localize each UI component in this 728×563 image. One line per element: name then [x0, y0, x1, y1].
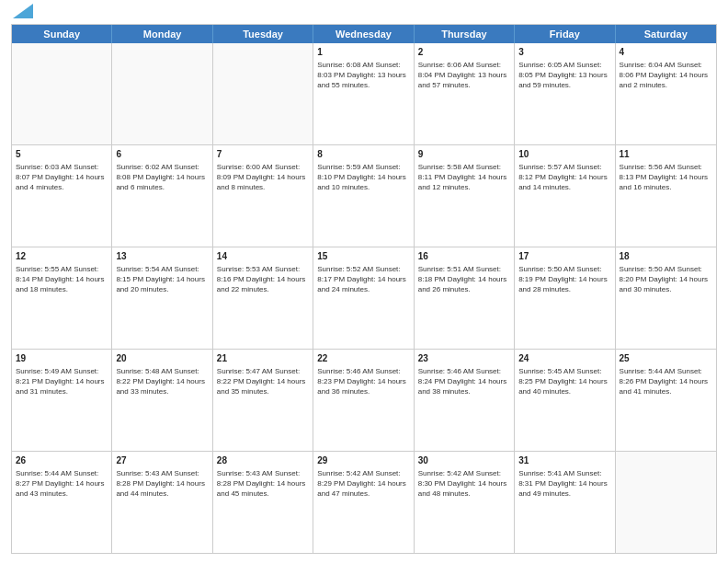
weekday-header-tuesday: Tuesday: [213, 25, 313, 43]
day-cell-10: 10Sunrise: 5:57 AM Sunset: 8:12 PM Dayli…: [515, 145, 615, 247]
weekday-header-thursday: Thursday: [415, 25, 515, 43]
day-cell-26: 26Sunrise: 5:44 AM Sunset: 8:27 PM Dayli…: [12, 452, 112, 553]
day-cell-21: 21Sunrise: 5:47 AM Sunset: 8:22 PM Dayli…: [213, 350, 313, 451]
empty-cell: [12, 43, 112, 144]
day-number: 8: [317, 148, 409, 161]
day-cell-13: 13Sunrise: 5:54 AM Sunset: 8:15 PM Dayli…: [112, 247, 212, 349]
day-info: Sunrise: 5:56 AM Sunset: 8:13 PM Dayligh…: [620, 162, 712, 193]
day-number: 25: [620, 352, 712, 365]
day-number: 21: [217, 352, 309, 365]
day-number: 14: [217, 250, 309, 263]
weekday-header-sunday: Sunday: [12, 25, 112, 43]
day-cell-25: 25Sunrise: 5:44 AM Sunset: 8:26 PM Dayli…: [616, 350, 716, 451]
day-info: Sunrise: 5:59 AM Sunset: 8:10 PM Dayligh…: [317, 162, 409, 193]
day-info: Sunrise: 5:44 AM Sunset: 8:27 PM Dayligh…: [16, 468, 108, 500]
calendar: SundayMondayTuesdayWednesdayThursdayFrid…: [11, 24, 717, 554]
day-number: 10: [518, 148, 610, 161]
week-row-2: 5Sunrise: 6:03 AM Sunset: 8:07 PM Daylig…: [12, 144, 716, 247]
day-number: 7: [217, 148, 309, 161]
header: [11, 9, 717, 18]
svg-marker-0: [13, 4, 33, 18]
day-number: 2: [418, 46, 510, 59]
day-cell-18: 18Sunrise: 5:50 AM Sunset: 8:20 PM Dayli…: [616, 247, 716, 349]
week-row-4: 19Sunrise: 5:49 AM Sunset: 8:21 PM Dayli…: [12, 349, 716, 451]
day-number: 29: [317, 454, 409, 467]
day-info: Sunrise: 5:52 AM Sunset: 8:17 PM Dayligh…: [317, 264, 409, 295]
week-row-3: 12Sunrise: 5:55 AM Sunset: 8:14 PM Dayli…: [12, 247, 716, 349]
day-cell-22: 22Sunrise: 5:46 AM Sunset: 8:23 PM Dayli…: [313, 350, 414, 451]
day-info: Sunrise: 6:00 AM Sunset: 8:09 PM Dayligh…: [217, 162, 309, 193]
day-info: Sunrise: 6:06 AM Sunset: 8:04 PM Dayligh…: [418, 60, 510, 91]
day-info: Sunrise: 5:45 AM Sunset: 8:25 PM Dayligh…: [518, 366, 610, 397]
weekday-header-friday: Friday: [515, 25, 615, 43]
day-cell-1: 1Sunrise: 6:08 AM Sunset: 8:03 PM Daylig…: [313, 43, 414, 144]
day-info: Sunrise: 5:50 AM Sunset: 8:20 PM Dayligh…: [620, 264, 712, 295]
day-info: Sunrise: 5:46 AM Sunset: 8:23 PM Dayligh…: [317, 366, 409, 397]
day-info: Sunrise: 5:42 AM Sunset: 8:29 PM Dayligh…: [317, 468, 409, 500]
day-number: 9: [418, 148, 510, 161]
day-info: Sunrise: 5:46 AM Sunset: 8:24 PM Dayligh…: [418, 366, 510, 397]
day-cell-7: 7Sunrise: 6:00 AM Sunset: 8:09 PM Daylig…: [213, 145, 313, 247]
empty-cell: [112, 43, 212, 144]
day-number: 31: [518, 454, 610, 467]
day-info: Sunrise: 5:50 AM Sunset: 8:19 PM Dayligh…: [518, 264, 610, 295]
day-cell-15: 15Sunrise: 5:52 AM Sunset: 8:17 PM Dayli…: [313, 247, 414, 349]
weekday-header-wednesday: Wednesday: [313, 25, 414, 43]
day-info: Sunrise: 5:49 AM Sunset: 8:21 PM Dayligh…: [16, 366, 108, 397]
day-number: 12: [16, 250, 108, 263]
day-number: 20: [116, 352, 208, 365]
day-cell-24: 24Sunrise: 5:45 AM Sunset: 8:25 PM Dayli…: [515, 350, 615, 451]
day-number: 1: [317, 46, 409, 59]
logo-icon: [13, 4, 33, 18]
calendar-header: SundayMondayTuesdayWednesdayThursdayFrid…: [12, 25, 716, 43]
day-cell-30: 30Sunrise: 5:42 AM Sunset: 8:30 PM Dayli…: [415, 452, 515, 553]
day-number: 16: [418, 250, 510, 263]
day-info: Sunrise: 5:51 AM Sunset: 8:18 PM Dayligh…: [418, 264, 510, 295]
day-number: 19: [16, 352, 108, 365]
day-cell-12: 12Sunrise: 5:55 AM Sunset: 8:14 PM Dayli…: [12, 247, 112, 349]
day-cell-23: 23Sunrise: 5:46 AM Sunset: 8:24 PM Dayli…: [415, 350, 515, 451]
day-cell-9: 9Sunrise: 5:58 AM Sunset: 8:11 PM Daylig…: [415, 145, 515, 247]
day-number: 4: [620, 46, 712, 59]
page: SundayMondayTuesdayWednesdayThursdayFrid…: [0, 0, 728, 563]
empty-cell: [213, 43, 313, 144]
week-row-1: 1Sunrise: 6:08 AM Sunset: 8:03 PM Daylig…: [12, 43, 716, 144]
day-number: 3: [518, 46, 610, 59]
day-number: 27: [116, 454, 208, 467]
day-info: Sunrise: 5:57 AM Sunset: 8:12 PM Dayligh…: [518, 162, 610, 193]
week-row-5: 26Sunrise: 5:44 AM Sunset: 8:27 PM Dayli…: [12, 451, 716, 553]
weekday-header-monday: Monday: [112, 25, 212, 43]
day-number: 24: [518, 352, 610, 365]
day-info: Sunrise: 6:08 AM Sunset: 8:03 PM Dayligh…: [317, 60, 409, 91]
day-number: 15: [317, 250, 409, 263]
calendar-body: 1Sunrise: 6:08 AM Sunset: 8:03 PM Daylig…: [12, 43, 716, 553]
day-cell-29: 29Sunrise: 5:42 AM Sunset: 8:29 PM Dayli…: [313, 452, 414, 553]
day-cell-19: 19Sunrise: 5:49 AM Sunset: 8:21 PM Dayli…: [12, 350, 112, 451]
day-info: Sunrise: 5:43 AM Sunset: 8:28 PM Dayligh…: [217, 468, 309, 500]
weekday-header-saturday: Saturday: [616, 25, 716, 43]
day-info: Sunrise: 5:48 AM Sunset: 8:22 PM Dayligh…: [116, 366, 208, 397]
day-info: Sunrise: 5:54 AM Sunset: 8:15 PM Dayligh…: [116, 264, 208, 295]
day-cell-2: 2Sunrise: 6:06 AM Sunset: 8:04 PM Daylig…: [415, 43, 515, 144]
day-number: 11: [620, 148, 712, 161]
day-cell-8: 8Sunrise: 5:59 AM Sunset: 8:10 PM Daylig…: [313, 145, 414, 247]
day-info: Sunrise: 5:55 AM Sunset: 8:14 PM Dayligh…: [16, 264, 108, 295]
day-info: Sunrise: 5:41 AM Sunset: 8:31 PM Dayligh…: [518, 468, 610, 500]
day-number: 5: [16, 148, 108, 161]
day-cell-14: 14Sunrise: 5:53 AM Sunset: 8:16 PM Dayli…: [213, 247, 313, 349]
day-number: 23: [418, 352, 510, 365]
day-number: 13: [116, 250, 208, 263]
day-number: 28: [217, 454, 309, 467]
day-cell-28: 28Sunrise: 5:43 AM Sunset: 8:28 PM Dayli…: [213, 452, 313, 553]
day-info: Sunrise: 6:03 AM Sunset: 8:07 PM Dayligh…: [16, 162, 108, 193]
day-cell-20: 20Sunrise: 5:48 AM Sunset: 8:22 PM Dayli…: [112, 350, 212, 451]
day-info: Sunrise: 5:44 AM Sunset: 8:26 PM Dayligh…: [620, 366, 712, 397]
day-info: Sunrise: 6:04 AM Sunset: 8:06 PM Dayligh…: [620, 60, 712, 91]
day-cell-3: 3Sunrise: 6:05 AM Sunset: 8:05 PM Daylig…: [515, 43, 615, 144]
day-info: Sunrise: 6:05 AM Sunset: 8:05 PM Dayligh…: [518, 60, 610, 91]
day-number: 17: [518, 250, 610, 263]
day-cell-5: 5Sunrise: 6:03 AM Sunset: 8:07 PM Daylig…: [12, 145, 112, 247]
day-cell-27: 27Sunrise: 5:43 AM Sunset: 8:28 PM Dayli…: [112, 452, 212, 553]
day-info: Sunrise: 5:53 AM Sunset: 8:16 PM Dayligh…: [217, 264, 309, 295]
day-number: 22: [317, 352, 409, 365]
